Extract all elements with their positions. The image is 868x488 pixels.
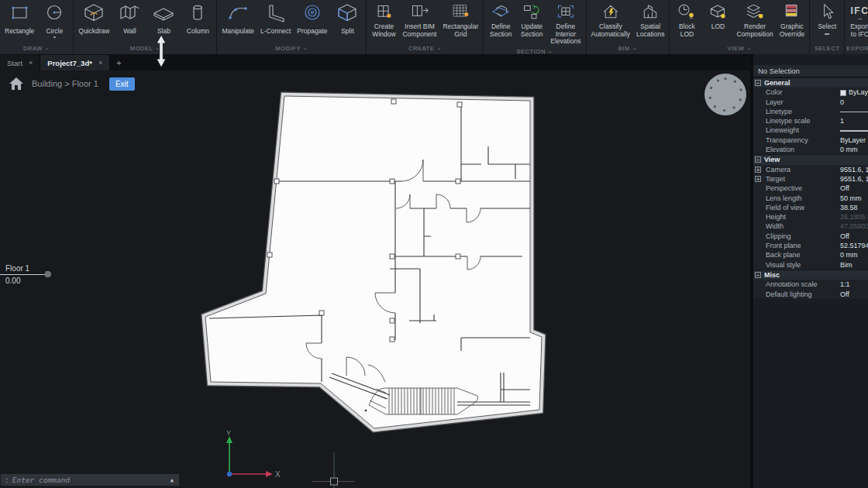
define-section-icon xyxy=(488,2,513,22)
command-line[interactable]: : Enter command ▲ xyxy=(0,473,180,486)
quickdraw-icon xyxy=(80,2,108,26)
classify-automatically-icon xyxy=(598,2,623,22)
property-row-default-lighting[interactable]: Default lightingOff xyxy=(753,290,868,299)
l-connect-button[interactable]: L-Connect xyxy=(257,0,294,37)
new-tab-button[interactable]: + xyxy=(110,55,127,70)
propagate-button[interactable]: Propagate xyxy=(294,0,330,37)
property-row-layer[interactable]: Layer0 xyxy=(753,98,868,107)
collapse-icon[interactable]: − xyxy=(755,80,761,86)
define-interior-elevations-button[interactable]: Define Interior Elevations xyxy=(547,0,584,48)
property-row-front-plane[interactable]: Front plane52.51794 m xyxy=(753,241,868,250)
split-button[interactable]: Split xyxy=(330,0,364,37)
property-row-height: Height26.1805 m xyxy=(753,212,868,222)
circle-icon xyxy=(40,2,68,26)
toolbar-group-section: Define Section Update Section Define Int… xyxy=(484,0,586,54)
property-row-linetype[interactable]: Linetype xyxy=(753,107,868,116)
breadcrumb: Building > Floor 1 Exit xyxy=(8,76,135,91)
breadcrumb-path: Building > Floor 1 xyxy=(32,79,98,88)
spatial-locations-button[interactable]: Spatial Locations xyxy=(633,0,667,40)
slab-button[interactable]: Slab xyxy=(146,0,181,37)
section-view[interactable]: −View xyxy=(753,154,868,164)
wall-button[interactable]: Wall xyxy=(112,0,146,37)
graphic-override-button[interactable]: Graphic Override xyxy=(777,0,808,40)
property-row-lineweight[interactable]: Lineweight xyxy=(753,125,868,135)
group-label-select[interactable]: SELECT xyxy=(811,43,842,54)
rectangle-button[interactable]: Rectangle xyxy=(2,0,37,37)
group-label-section[interactable]: SECTION⌄ xyxy=(485,48,584,55)
rectangular-grid-button[interactable]: Rectangular Grid xyxy=(439,0,481,40)
expand-icon[interactable]: + xyxy=(755,167,761,173)
selection-status-header[interactable]: No Selection xyxy=(753,65,868,77)
exit-button[interactable]: Exit xyxy=(109,77,135,91)
ucs-axes-icon: Y X xyxy=(198,431,283,488)
toolbar-group-draw: Rectangle Circle DRAW⌄ xyxy=(0,0,74,54)
property-row-camera[interactable]: +Camera9551.6, 132 xyxy=(753,165,868,174)
property-row-elevation[interactable]: Elevation0 mm xyxy=(753,145,868,154)
document-tab-bar: Start × Project7_3d* × + xyxy=(0,55,750,70)
dropdown-indicator[interactable] xyxy=(53,36,56,39)
property-row-width: Width47.05903 m xyxy=(753,222,868,231)
collapse-icon[interactable]: − xyxy=(755,156,761,163)
property-row-annotation-scale[interactable]: Annotation scale1:1 xyxy=(753,280,868,289)
property-row-field-of-view[interactable]: Field of view38.58 xyxy=(753,203,868,212)
close-icon[interactable]: × xyxy=(29,59,33,67)
expand-command-history-icon[interactable]: ▲ xyxy=(170,477,174,483)
group-label-export[interactable]: EXPORT xyxy=(846,43,868,54)
property-row-perspective[interactable]: PerspectiveOff xyxy=(753,184,868,193)
x-axis-label: X xyxy=(275,470,281,479)
classify-automatically-button[interactable]: Classify Automatically xyxy=(588,0,634,40)
update-section-button[interactable]: Update Section xyxy=(516,0,547,40)
lod-button[interactable]: LOD xyxy=(702,0,733,33)
mouse-cursor-vertical-arrow xyxy=(154,34,168,70)
dropdown-indicator[interactable] xyxy=(825,33,829,35)
group-label-modify[interactable]: MODIFY⌄ xyxy=(219,43,364,54)
property-row-visual-style[interactable]: Visual styleBim xyxy=(753,260,868,270)
property-row-back-plane[interactable]: Back plane0 mm xyxy=(753,250,868,259)
section-general[interactable]: −General xyxy=(753,77,868,88)
color-swatch[interactable] xyxy=(840,90,846,96)
group-label-model[interactable]: MODEL⌄ xyxy=(75,43,215,54)
lod-icon xyxy=(705,2,730,22)
property-row-color[interactable]: ColorByLayer xyxy=(753,88,868,97)
tab-project7-3d[interactable]: Project7_3d* × xyxy=(40,55,110,70)
floor-plan-drawing[interactable] xyxy=(194,70,550,458)
expand-icon[interactable]: + xyxy=(755,176,761,182)
drawing-canvas[interactable]: Building > Floor 1 Exit Floor 1 0.00 xyxy=(0,70,750,488)
export-to-ifc-button[interactable]: IFC→ Export to IFC xyxy=(846,0,868,40)
floor-elevation-value: 0.00 xyxy=(0,277,70,285)
quickdraw-button[interactable]: Quickdraw xyxy=(75,0,112,37)
home-icon[interactable] xyxy=(8,76,25,91)
view-compass[interactable] xyxy=(702,71,749,121)
block-lod-button[interactable]: Block LOD xyxy=(671,0,702,40)
group-label-draw[interactable]: DRAW⌄ xyxy=(2,43,71,54)
collapse-icon[interactable]: − xyxy=(755,272,761,278)
property-row-lens-length[interactable]: Lens length50 mm xyxy=(753,194,868,203)
property-row-linetype-scale[interactable]: Linetype scale1 xyxy=(753,116,868,125)
tab-start[interactable]: Start × xyxy=(0,55,40,70)
elevation-grip[interactable] xyxy=(45,271,51,277)
arrow-right-icon: → xyxy=(856,16,863,20)
property-row-clipping[interactable]: ClippingOff xyxy=(753,232,868,241)
group-label-bim[interactable]: BIM⌄ xyxy=(588,43,668,54)
insert-bim-component-button[interactable]: Insert BIM Component xyxy=(399,0,439,40)
crosshair-cursor xyxy=(306,452,360,488)
propagate-icon xyxy=(298,2,326,26)
manipulate-button[interactable]: Manipulate xyxy=(219,0,257,37)
group-label-create[interactable]: CREATE⌄ xyxy=(368,43,481,54)
property-row-transparency[interactable]: TransparencyByLayer xyxy=(753,136,868,145)
section-misc[interactable]: −Misc xyxy=(753,270,868,280)
property-row-target[interactable]: +Target9551.6, 132 xyxy=(753,174,868,184)
floor-elevation-marker[interactable]: Floor 1 0.00 xyxy=(0,264,70,285)
define-section-button[interactable]: Define Section xyxy=(485,0,516,40)
ribbon-toolbar: Rectangle Circle DRAW⌄ Quickdraw Wall xyxy=(0,0,868,55)
toolbar-group-view: Block LOD LOD Render Composition Graphic… xyxy=(670,0,810,54)
create-window-button[interactable]: Create Window xyxy=(368,0,399,40)
circle-button[interactable]: Circle xyxy=(37,0,71,37)
column-button[interactable]: Column xyxy=(181,0,215,37)
render-composition-button[interactable]: Render Composition xyxy=(733,0,776,40)
command-input-placeholder[interactable]: Enter command xyxy=(12,476,170,484)
select-button[interactable]: Select xyxy=(811,0,842,33)
group-label-view[interactable]: VIEW⌄ xyxy=(671,43,808,54)
close-icon[interactable]: × xyxy=(98,59,102,67)
toolbar-group-model: Quickdraw Wall Slab Column MODEL⌄ xyxy=(74,0,217,54)
